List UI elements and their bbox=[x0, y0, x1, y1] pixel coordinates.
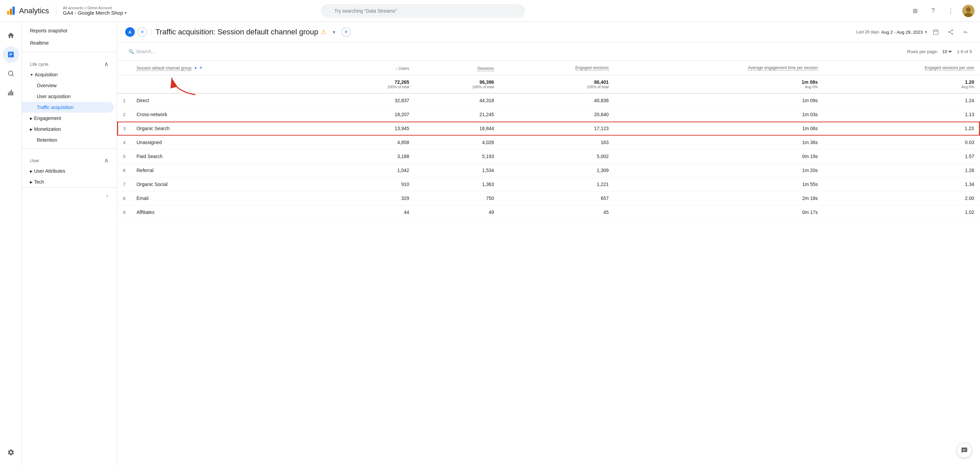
cell-engaged-3: 163 bbox=[500, 136, 614, 150]
sidebar-item-user-acquisition[interactable]: User acquisition bbox=[22, 91, 117, 102]
sidebar-item-realtime[interactable]: Realtime bbox=[22, 37, 117, 49]
table-row[interactable]: 4 Unassigned 4,858 4,028 163 1m 36s 0.03 bbox=[118, 136, 980, 150]
sidebar-item-tech[interactable]: ▶ Tech bbox=[22, 176, 117, 187]
sidebar-item-overview[interactable]: Overview bbox=[22, 80, 117, 91]
svg-rect-2 bbox=[13, 6, 14, 14]
segment-badge[interactable]: A bbox=[125, 27, 135, 37]
cell-sessions-2: 18,844 bbox=[415, 121, 500, 136]
table-row[interactable]: 1 Direct 32,837 44,318 40,838 1m 09s 1.2… bbox=[118, 93, 980, 108]
add-dimension-button[interactable]: + bbox=[199, 65, 202, 70]
cell-per-user-0: 1.24 bbox=[823, 93, 980, 108]
topbar-divider bbox=[56, 5, 56, 16]
cell-avg-time-7: 2m 18s bbox=[614, 192, 824, 206]
nav-home-icon[interactable] bbox=[3, 27, 19, 44]
cell-channel-0: Direct bbox=[131, 93, 330, 108]
cell-engaged-1: 20,640 bbox=[500, 108, 614, 121]
cell-per-user-6: 1.34 bbox=[823, 177, 980, 192]
user-chevron[interactable]: ∧ bbox=[104, 157, 108, 164]
cell-engaged-8: 45 bbox=[500, 206, 614, 219]
sidebar-item-retention[interactable]: Retention bbox=[22, 134, 117, 145]
table-row[interactable]: 9 Affiliates 44 49 45 0m 17s 1.02 bbox=[118, 206, 980, 219]
nav-advertising-icon[interactable] bbox=[3, 85, 19, 101]
th-users[interactable]: ↓ Users bbox=[330, 61, 414, 75]
nav-reports-icon[interactable] bbox=[3, 46, 19, 63]
nav-settings-icon[interactable] bbox=[3, 444, 19, 461]
table-pagination-controls: Rows per page: 10 25 50 1-9 of 9 bbox=[907, 49, 972, 54]
more-options-icon[interactable]: ⋮ bbox=[945, 5, 957, 17]
report-header: A + Traffic acquisition: Session default… bbox=[117, 22, 980, 43]
search-bar bbox=[321, 4, 525, 18]
cell-channel-7: Email bbox=[131, 192, 330, 206]
dimension-dropdown[interactable]: ▾ bbox=[195, 66, 197, 70]
sidebar-item-reports-snapshot[interactable]: Reports snapshot bbox=[22, 24, 117, 37]
cell-users-7: 329 bbox=[330, 192, 414, 206]
sidebar-collapse-button[interactable]: ‹ bbox=[102, 190, 113, 201]
table-row[interactable]: 3 Organic Search 13,945 18,844 17,123 1m… bbox=[118, 121, 980, 136]
cell-rank-3: 4 bbox=[118, 136, 131, 150]
cell-users-8: 44 bbox=[330, 206, 414, 219]
global-search-input[interactable] bbox=[321, 4, 525, 18]
th-avg-engagement-time[interactable]: Average engagement time per session bbox=[614, 61, 824, 75]
table-search-input[interactable] bbox=[125, 47, 227, 56]
add-metric-button[interactable]: + bbox=[341, 27, 351, 37]
cell-rank-5: 6 bbox=[118, 163, 131, 177]
table-row[interactable]: 5 Paid Search 3,188 5,193 5,002 0m 19s 1… bbox=[118, 150, 980, 163]
sidebar-item-engagement[interactable]: ▶ Engagement bbox=[22, 113, 117, 124]
cell-avg-time-1: 1m 03s bbox=[614, 108, 824, 121]
cell-per-user-8: 1.02 bbox=[823, 206, 980, 219]
user-attributes-triangle: ▶ bbox=[30, 169, 33, 173]
cell-per-user-1: 1.13 bbox=[823, 108, 980, 121]
share-icon-button[interactable] bbox=[945, 26, 957, 38]
date-dropdown-arrow: ▾ bbox=[925, 30, 927, 34]
sidebar-divider-1 bbox=[22, 52, 117, 52]
table-row[interactable]: 7 Organic Social 910 1,363 1,221 1m 55s … bbox=[118, 177, 980, 192]
add-segment-button[interactable]: + bbox=[137, 27, 147, 37]
svg-point-4 bbox=[966, 7, 971, 12]
topbar: Analytics All accounts > Demo Account GA… bbox=[0, 0, 980, 22]
table-row[interactable]: 2 Cross-network 18,207 21,245 20,640 1m … bbox=[118, 108, 980, 121]
sidebar-section-user: User ∧ bbox=[22, 151, 117, 166]
app-logo[interactable]: Analytics bbox=[5, 5, 49, 16]
lifecycle-chevron[interactable]: ∧ bbox=[104, 60, 108, 68]
cell-sessions-7: 750 bbox=[415, 192, 500, 206]
account-dropdown-arrow: ▾ bbox=[124, 11, 127, 15]
cell-engaged-7: 657 bbox=[500, 192, 614, 206]
title-dropdown-button[interactable]: ▾ bbox=[329, 27, 339, 37]
sidebar-item-traffic-acquisition[interactable]: Traffic acquisition bbox=[22, 102, 114, 113]
engagement-triangle: ▶ bbox=[30, 116, 33, 120]
calendar-icon-button[interactable] bbox=[930, 26, 942, 38]
sidebar-item-acquisition[interactable]: ▼ Acquisition bbox=[22, 69, 117, 80]
total-users-cell: 72,265 100% of total bbox=[330, 75, 414, 94]
th-sessions[interactable]: Sessions bbox=[415, 61, 500, 75]
user-avatar[interactable] bbox=[962, 5, 975, 17]
th-engaged-sessions-per-user[interactable]: Engaged sessions per user bbox=[823, 61, 980, 75]
cell-users-3: 4,858 bbox=[330, 136, 414, 150]
cell-per-user-3: 0.03 bbox=[823, 136, 980, 150]
cell-avg-time-5: 1m 20s bbox=[614, 163, 824, 177]
help-icon[interactable]: ? bbox=[927, 5, 939, 17]
total-engaged-sessions-cell: 86,401 100% of total bbox=[500, 75, 614, 94]
grid-icon[interactable]: ⊞ bbox=[909, 5, 921, 17]
th-dimension[interactable]: Session default channel group ▾ + bbox=[131, 61, 330, 75]
title-divider bbox=[151, 28, 151, 36]
insights-icon-button[interactable] bbox=[959, 26, 972, 38]
svg-point-6 bbox=[8, 71, 13, 76]
th-engaged-sessions[interactable]: Engaged sessions bbox=[500, 61, 614, 75]
date-range-selector[interactable]: Last 28 days Aug 2 - Aug 29, 2023 ▾ bbox=[856, 30, 927, 35]
sidebar-item-monetization[interactable]: ▶ Monetization bbox=[22, 124, 117, 134]
monetization-triangle: ▶ bbox=[30, 128, 33, 131]
table-toolbar: Rows per page: 10 25 50 1-9 of 9 bbox=[117, 43, 980, 61]
nav-explore-icon[interactable] bbox=[3, 65, 19, 82]
sidebar-item-user-attributes[interactable]: ▶ User Attributes bbox=[22, 166, 117, 176]
cell-sessions-6: 1,363 bbox=[415, 177, 500, 192]
chat-bubble-button[interactable] bbox=[957, 443, 972, 458]
cell-engaged-0: 40,838 bbox=[500, 93, 614, 108]
rows-per-page-select[interactable]: 10 25 50 bbox=[941, 49, 953, 54]
cell-users-6: 910 bbox=[330, 177, 414, 192]
cell-users-1: 18,207 bbox=[330, 108, 414, 121]
table-row[interactable]: 8 Email 329 750 657 2m 18s 2.00 bbox=[118, 192, 980, 206]
account-selector[interactable]: All accounts > Demo Account GA4 - Google… bbox=[63, 6, 127, 16]
cell-engaged-4: 5,002 bbox=[500, 150, 614, 163]
cell-channel-8: Affiliates bbox=[131, 206, 330, 219]
table-row[interactable]: 6 Referral 1,042 1,534 1,309 1m 20s 1.26 bbox=[118, 163, 980, 177]
